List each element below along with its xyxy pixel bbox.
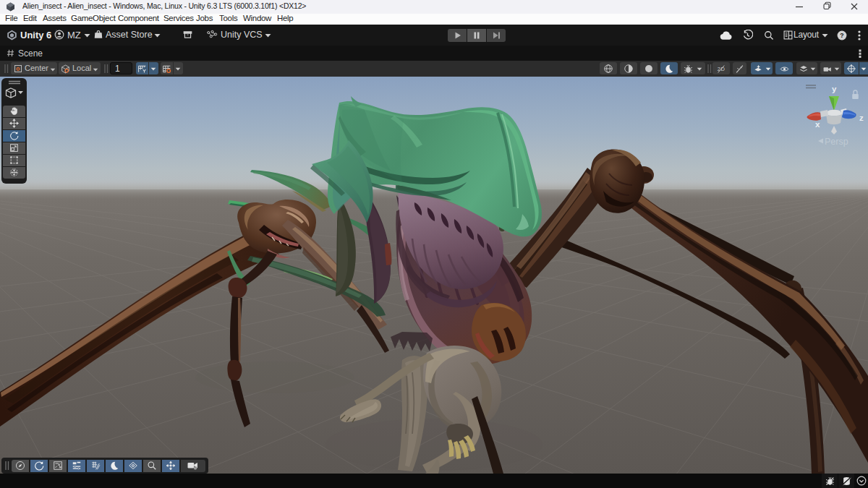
- svg-text:x: x: [815, 120, 820, 129]
- svg-text:?: ?: [840, 32, 843, 39]
- svg-text:y: y: [832, 85, 837, 93]
- svg-text:Persp: Persp: [825, 137, 848, 147]
- svg-text:z: z: [859, 114, 864, 122]
